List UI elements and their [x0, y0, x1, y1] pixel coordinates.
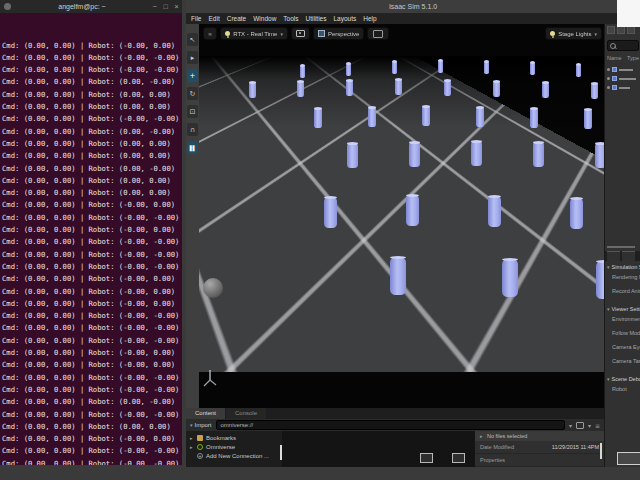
stage-lights-button[interactable]: Stage Lights ▾: [545, 27, 602, 40]
cursor-tool-icon[interactable]: ▸: [187, 51, 198, 64]
robot-cylinder[interactable]: [346, 80, 353, 96]
robot-cylinder[interactable]: [300, 65, 305, 78]
menu-tools[interactable]: Tools: [283, 15, 298, 22]
eye-icon[interactable]: [607, 86, 610, 89]
chevron-right-icon[interactable]: ▸: [480, 433, 484, 439]
robot-cylinder[interactable]: [409, 142, 420, 167]
list-view-icon[interactable]: ≡: [595, 422, 600, 429]
layers-tab-icon[interactable]: [617, 26, 625, 34]
robot-cylinder[interactable]: [591, 83, 598, 99]
minimize-button[interactable]: −: [149, 3, 160, 10]
stage-tree-row[interactable]: [607, 74, 639, 83]
robot-cylinder[interactable]: [584, 109, 592, 129]
render-tab-icon[interactable]: [627, 26, 635, 34]
sort-icon[interactable]: ▾: [588, 422, 591, 429]
menu-help[interactable]: Help: [363, 15, 376, 22]
select-tool-icon[interactable]: ↖: [187, 33, 198, 46]
robot-cylinder[interactable]: [502, 259, 518, 297]
robot-cylinder[interactable]: [406, 195, 419, 226]
snap-tool-icon[interactable]: ∩: [187, 123, 198, 136]
dock-tab[interactable]: [622, 251, 635, 261]
tree-item-omniverse[interactable]: ▸Omniverse: [186, 442, 282, 451]
menu-window[interactable]: Window: [253, 15, 276, 22]
robot-cylinder[interactable]: [530, 108, 538, 128]
menu-utilities[interactable]: Utilities: [306, 15, 327, 22]
tab-content[interactable]: Content: [186, 408, 225, 419]
robot-cylinder[interactable]: [249, 82, 256, 98]
menu-layouts[interactable]: Layouts: [333, 15, 356, 22]
name-column-header[interactable]: Name: [607, 55, 622, 61]
dock-item-robot[interactable]: Robot: [605, 382, 640, 396]
move-tool-icon[interactable]: +: [187, 69, 198, 82]
robot-cylinder[interactable]: [346, 63, 351, 76]
robot-cylinder[interactable]: [530, 62, 535, 75]
dock-item-environment-index[interactable]: Environment Index: [605, 312, 640, 326]
capture-button[interactable]: [291, 27, 310, 40]
menu-file[interactable]: File: [191, 15, 201, 22]
tab-console[interactable]: Console: [226, 408, 266, 419]
view-options-box[interactable]: [576, 422, 584, 429]
robot-cylinder[interactable]: [471, 141, 482, 166]
robot-cylinder[interactable]: [484, 61, 489, 74]
renderer-button[interactable]: RTX - Real Time ▾: [220, 27, 288, 40]
stage-tab-icon[interactable]: [607, 26, 615, 34]
robot-cylinder[interactable]: [476, 107, 484, 127]
robot-cylinder[interactable]: [314, 108, 322, 128]
robot-cylinder[interactable]: [347, 143, 358, 168]
viewport-extra-button[interactable]: [367, 27, 389, 40]
robot-cylinder[interactable]: [395, 79, 402, 95]
robot-cylinder[interactable]: [576, 64, 581, 77]
terminal-titlebar[interactable]: angelfm@pc: ~ − □ ×: [0, 0, 182, 13]
maximize-button[interactable]: □: [160, 3, 171, 10]
robot-cylinder[interactable]: [488, 196, 501, 227]
dock-item-record-animation[interactable]: Record Animation: [605, 284, 640, 298]
robot-cylinder[interactable]: [422, 106, 430, 126]
robot-cylinder[interactable]: [493, 81, 500, 97]
detail-scrollbar[interactable]: [600, 443, 602, 459]
chevron-right-icon[interactable]: ▸: [190, 435, 194, 441]
viewport-menu-button[interactable]: ≡: [203, 27, 217, 40]
menu-edit[interactable]: Edit: [208, 15, 219, 22]
robot-cylinder[interactable]: [570, 198, 583, 229]
stage-hscrollbar[interactable]: [607, 246, 635, 248]
robot-cylinder[interactable]: [324, 197, 337, 228]
file-thumbnail[interactable]: [452, 453, 465, 463]
import-button[interactable]: ▾ Import: [190, 422, 212, 428]
viewport[interactable]: ≡ RTX - Real Time ▾ Perspective Stage Li…: [199, 24, 607, 408]
robot-cylinder[interactable]: [533, 142, 544, 167]
rotate-tool-icon[interactable]: ↻: [187, 87, 198, 100]
dock-tab[interactable]: [607, 251, 620, 261]
robot-cylinder[interactable]: [438, 60, 443, 73]
file-thumbnail[interactable]: [420, 453, 433, 463]
isaac-titlebar[interactable]: Isaac Sim 5.1.0: [186, 0, 640, 13]
robot-cylinder[interactable]: [390, 257, 406, 295]
robot-cylinder[interactable]: [297, 81, 304, 97]
scale-tool-icon[interactable]: ⊡: [187, 105, 198, 118]
eye-icon[interactable]: [607, 77, 610, 80]
dock-item-camera-target[interactable]: Camera Target: [605, 354, 640, 368]
stage-search-input[interactable]: [607, 40, 639, 51]
terminal-output[interactable]: Cmd: (0.00, 0.00) | Robot: (-0.00, 0.00)…: [2, 15, 182, 465]
tree-item-bookmarks[interactable]: ▸Bookmarks: [186, 433, 282, 442]
close-button[interactable]: ×: [171, 3, 182, 10]
camera-select-button[interactable]: Perspective: [313, 27, 364, 40]
menu-create[interactable]: Create: [227, 15, 247, 22]
path-input[interactable]: omniverse://: [216, 420, 565, 430]
dock-item-camera-eye[interactable]: Camera Eye: [605, 340, 640, 354]
gray-sphere[interactable]: [203, 278, 223, 298]
stage-tree-row[interactable]: [607, 83, 639, 92]
robot-cylinder[interactable]: [542, 82, 549, 98]
pause-button-icon[interactable]: ▌▌: [187, 141, 198, 154]
type-column-header[interactable]: Type: [627, 55, 639, 61]
robot-cylinder[interactable]: [392, 61, 397, 74]
dock-item-rendering-mode[interactable]: Rendering Mode: [605, 270, 640, 284]
dock-item-follow-mode[interactable]: Follow Mode: [605, 326, 640, 340]
stage-tree-row[interactable]: [607, 65, 639, 74]
robot-cylinder[interactable]: [444, 80, 451, 96]
robot-cylinder[interactable]: [368, 107, 376, 127]
tree-item-add-new-connection[interactable]: +Add New Connection ...: [186, 451, 282, 460]
filter-icon[interactable]: ▾: [569, 422, 572, 429]
tree-scrollbar[interactable]: [280, 445, 282, 460]
chevron-right-icon[interactable]: ▸: [190, 444, 194, 450]
eye-icon[interactable]: [607, 68, 610, 71]
